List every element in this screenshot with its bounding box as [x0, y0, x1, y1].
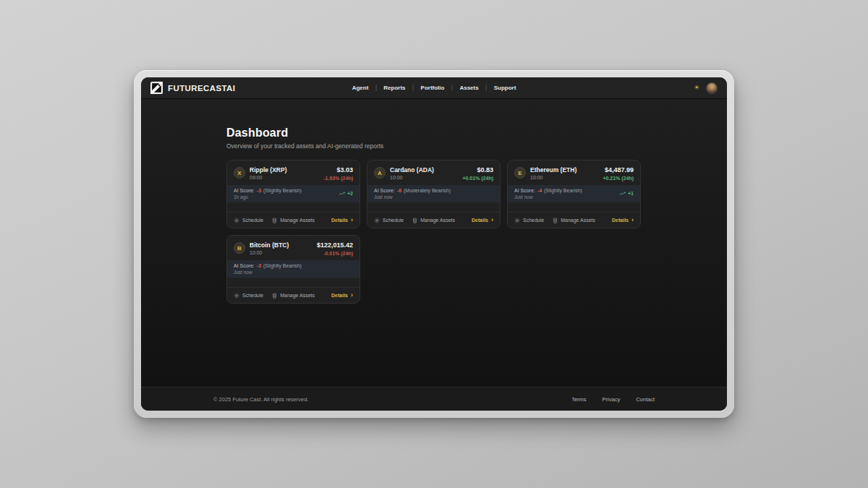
gear-icon: [234, 218, 239, 223]
schedule-label: Schedule: [383, 218, 404, 223]
main-nav: Agent Reports Portfolio Assets Support: [352, 85, 516, 91]
trash-icon: [272, 218, 277, 223]
manage-assets-button[interactable]: Manage Assets: [553, 218, 595, 223]
asset-time: 10:00: [390, 175, 434, 180]
chevron-right-icon: ›: [631, 217, 634, 223]
footer-link-privacy[interactable]: Privacy: [603, 396, 621, 403]
trend-up-icon: [619, 192, 626, 196]
schedule-label: Schedule: [242, 293, 263, 298]
trend-up-icon: [339, 192, 345, 196]
ai-score-label: AI Score:: [234, 188, 255, 193]
ai-age: Just now: [234, 270, 302, 275]
asset-coin-icon: A: [374, 167, 386, 179]
ai-score-label: AI Score:: [374, 188, 395, 193]
schedule-button[interactable]: Schedule: [234, 218, 263, 223]
manage-assets-label: Manage Assets: [561, 218, 595, 223]
ai-score-value: -3: [257, 263, 261, 268]
asset-coin-icon: E: [514, 167, 526, 179]
details-button[interactable]: Details ›: [331, 217, 353, 223]
gear-icon: [514, 218, 520, 223]
nav-item-agent[interactable]: Agent: [352, 85, 369, 91]
sun-icon[interactable]: ☀: [694, 85, 699, 91]
details-label: Details: [612, 218, 629, 223]
manage-assets-button[interactable]: Manage Assets: [412, 218, 455, 223]
asset-symbol: A: [378, 170, 382, 176]
asset-cards-grid: X Ripple (XRP) 09:00 $3.03 -1.93% (24h): [226, 160, 642, 304]
gear-icon: [234, 293, 239, 299]
ai-score-value: -4: [537, 188, 542, 193]
card-actions: Schedule Manage Assets Details ›: [227, 287, 359, 303]
schedule-button[interactable]: Schedule: [514, 218, 544, 223]
ai-sentiment: (Slightly Bearish): [263, 263, 302, 268]
chevron-right-icon: ›: [351, 217, 353, 223]
asset-name: Ethereum (ETH): [530, 166, 576, 174]
ai-age: Just now: [514, 194, 582, 200]
asset-price: $122,015.42: [317, 241, 353, 249]
ai-score-value: -3: [257, 188, 261, 193]
details-button[interactable]: Details ›: [472, 217, 493, 223]
manage-assets-button[interactable]: Manage Assets: [272, 218, 315, 223]
main-content: Dashboard Overview of your tracked asset…: [141, 99, 727, 387]
asset-coin-icon: X: [234, 167, 245, 179]
ai-score-strip: AI Score:-3(Slightly Bearish) Just now: [227, 260, 359, 278]
asset-time: 10:00: [530, 175, 576, 180]
schedule-label: Schedule: [242, 218, 263, 223]
manage-assets-label: Manage Assets: [280, 293, 315, 298]
trash-icon: [272, 293, 277, 299]
ai-score-label: AI Score:: [514, 188, 535, 193]
manage-assets-button[interactable]: Manage Assets: [272, 293, 315, 299]
gear-icon: [374, 218, 380, 223]
asset-price: $4,487.99: [603, 166, 634, 174]
app-window: FUTURECASTAI Agent Reports Portfolio Ass…: [134, 70, 734, 418]
asset-change: -0.01% (24h): [317, 251, 353, 256]
asset-card-xrp: X Ripple (XRP) 09:00 $3.03 -1.93% (24h): [226, 160, 360, 228]
details-button[interactable]: Details ›: [612, 217, 634, 223]
footer-links: Terms Privacy Contact: [571, 396, 655, 403]
nav-item-assets[interactable]: Assets: [451, 85, 478, 91]
schedule-button[interactable]: Schedule: [374, 218, 404, 223]
schedule-button[interactable]: Schedule: [234, 293, 263, 299]
footer-link-terms[interactable]: Terms: [571, 396, 586, 403]
app-header: FUTURECASTAI Agent Reports Portfolio Ass…: [141, 77, 727, 99]
nav-item-support[interactable]: Support: [486, 85, 516, 91]
chevron-right-icon: ›: [491, 217, 493, 223]
page-subtitle: Overview of your tracked assets and AI-g…: [226, 142, 642, 150]
asset-card-btc: B Bitcoin (BTC) 10:00 $122,015.42 -0.01%…: [226, 235, 360, 304]
ai-sentiment: (Slightly Bearish): [263, 188, 302, 193]
ai-score-strip: AI Score:-3(Slightly Bearish) 1h ago +2: [227, 185, 359, 202]
asset-name: Ripple (XRP): [250, 166, 286, 174]
asset-coin-icon: B: [234, 242, 245, 254]
ai-sentiment: (Slightly Bearish): [544, 188, 582, 193]
asset-time: 09:00: [250, 175, 286, 180]
asset-price: $3.03: [323, 166, 353, 174]
details-label: Details: [472, 218, 488, 223]
ai-score-label: AI Score:: [234, 263, 255, 268]
asset-price: $0.83: [462, 166, 493, 174]
chevron-right-icon: ›: [351, 292, 353, 299]
trash-icon: [553, 218, 558, 223]
asset-change: -1.93% (24h): [323, 176, 353, 181]
ai-sentiment: (Moderately Bearish): [404, 188, 451, 193]
nav-item-reports[interactable]: Reports: [375, 85, 405, 91]
ai-age: 1h ago: [234, 194, 302, 200]
details-button[interactable]: Details ›: [331, 292, 353, 299]
manage-assets-label: Manage Assets: [280, 218, 315, 223]
avatar[interactable]: [706, 82, 718, 94]
ai-score-value: -6: [397, 188, 401, 193]
card-actions: Schedule Manage Assets Details ›: [367, 212, 500, 228]
asset-card-eth: E Ethereum (ETH) 10:00 $4,487.99 +0.21% …: [507, 160, 641, 228]
asset-card-ada: A Cardano (ADA) 10:00 $0.83 +0.01% (24h): [367, 160, 501, 228]
brand-logo[interactable]: FUTURECASTAI: [150, 82, 235, 94]
nav-item-portfolio[interactable]: Portfolio: [413, 85, 445, 91]
asset-time: 10:00: [250, 250, 289, 255]
footer-link-contact[interactable]: Contact: [636, 396, 655, 403]
ai-score-strip: AI Score:-4(Slightly Bearish) Just now +…: [508, 185, 640, 202]
ai-age: Just now: [374, 194, 451, 200]
app-screen: FUTURECASTAI Agent Reports Portfolio Ass…: [141, 77, 727, 411]
trash-icon: [412, 218, 417, 223]
card-actions: Schedule Manage Assets Details ›: [508, 212, 640, 228]
asset-change: +0.21% (24h): [603, 176, 634, 181]
trend-badge: +2: [339, 191, 353, 196]
page-footer: © 2025 Future Cast. All rights reserved.…: [141, 387, 727, 411]
asset-symbol: B: [237, 245, 242, 252]
